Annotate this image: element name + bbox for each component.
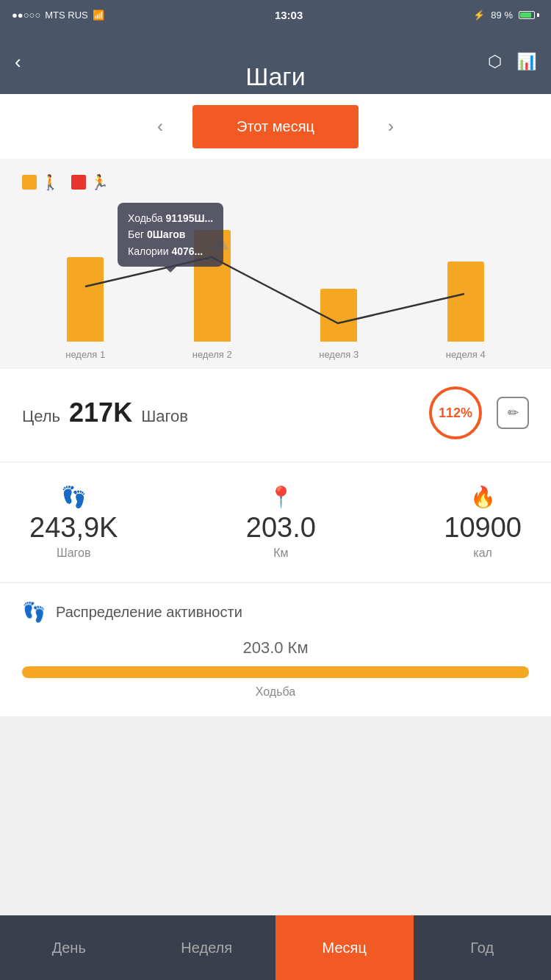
tooltip-calories: Калории 4076... [128, 243, 213, 259]
battery-percent: 89 % [491, 10, 513, 21]
goal-info: Цель 217K Шагов [22, 397, 188, 428]
activity-bar [22, 666, 529, 678]
share-icon[interactable]: ⬡ [488, 52, 502, 71]
bar-label: неделя 1 [65, 349, 105, 360]
walk-color-dot [22, 175, 37, 190]
bar-label: неделя 4 [446, 349, 486, 360]
status-time: 13:03 [275, 9, 303, 21]
tooltip-run: Бег 0Шагов [128, 226, 213, 242]
metric-value: 10900 [444, 512, 522, 544]
metrics-row: 👣243,9KШагов📍203.0Км🔥10900кал [0, 463, 551, 582]
goal-right: 112% ✏ [429, 386, 529, 439]
signal-dots: ●●○○○ [12, 10, 40, 21]
wifi-icon: 📶 [93, 10, 104, 21]
metric-value: 243,9K [29, 512, 118, 544]
page-title: Шаги [245, 62, 305, 91]
chart-legend: 🚶 🏃 [22, 173, 529, 191]
bar[interactable] [320, 289, 357, 342]
metric-unit: Км [273, 547, 288, 560]
next-period-button[interactable]: › [359, 101, 423, 151]
walk-icon: 🚶 [41, 173, 60, 191]
metric-value: 203.0 [246, 512, 316, 544]
activity-title: Распределение активности [56, 604, 242, 621]
goal-label: Цель [22, 407, 60, 426]
metric-unit: Шагов [57, 547, 90, 560]
bar-label: неделя 2 [192, 349, 232, 360]
metric-item: 👣243,9KШагов [29, 485, 118, 560]
header-actions: ⬡ 📊 [488, 52, 536, 71]
goal-value: 217K [69, 397, 132, 428]
run-color-dot [71, 175, 86, 190]
metric-icon: 🔥 [470, 485, 496, 509]
bottom-nav: ДеньНеделяМесяцГод [0, 915, 551, 980]
activity-section: 👣 Распределение активности 203.0 Км Ходь… [0, 583, 551, 716]
activity-header: 👣 Распределение активности [22, 601, 529, 624]
bar-group: неделя 3 [276, 289, 403, 360]
edit-pen-icon: ✏ [508, 405, 519, 421]
walk-legend: 🚶 [22, 173, 60, 191]
chart-tooltip: Ходьба 91195Ш... Бег 0Шагов Калории 4076… [118, 203, 223, 267]
activity-icon: 👣 [22, 601, 46, 624]
activity-bar-label: Ходьба [22, 685, 529, 699]
tooltip-walk: Ходьба 91195Ш... [128, 210, 213, 226]
progress-circle: 112% [429, 386, 482, 439]
bar-group: неделя 1 [22, 257, 149, 360]
edit-goal-button[interactable]: ✏ [497, 397, 529, 429]
metric-unit: кал [473, 547, 492, 560]
activity-distance: 203.0 Км [22, 638, 529, 657]
status-left: ●●○○○ MTS RUS 📶 [12, 10, 104, 21]
nav-item-день[interactable]: День [0, 915, 138, 980]
metric-item: 🔥10900кал [444, 485, 522, 560]
battery-icon [519, 11, 539, 19]
nav-item-неделя[interactable]: Неделя [138, 915, 276, 980]
status-bar: ●●○○○ MTS RUS 📶 13:03 ⚡ 89 % [0, 0, 551, 29]
goal-section: Цель 217K Шагов 112% ✏ [0, 369, 551, 461]
chart-icon[interactable]: 📊 [516, 52, 536, 71]
nav-item-год[interactable]: Год [414, 915, 552, 980]
goal-unit: Шагов [141, 407, 188, 426]
nav-item-месяц[interactable]: Месяц [276, 915, 414, 980]
run-legend: 🏃 [71, 173, 109, 191]
prev-period-button[interactable]: ‹ [128, 101, 192, 151]
bluetooth-icon: ⚡ [473, 10, 485, 21]
current-period[interactable]: Этот месяц [192, 105, 359, 148]
bar[interactable] [447, 262, 484, 342]
bar-chart: неделя 1неделя 2неделя 3неделя 4 [22, 213, 529, 360]
status-right: ⚡ 89 % [473, 10, 539, 21]
app-header: ‹ Шаги ⬡ 📊 [0, 29, 551, 94]
metric-icon: 👣 [61, 485, 87, 509]
chart-area: 🚶 🏃 Ходьба 91195Ш... Бег 0Шагов Калории … [0, 159, 551, 367]
goal-row: Цель 217K Шагов 112% ✏ [22, 386, 529, 439]
metric-icon: 📍 [268, 485, 294, 509]
back-button[interactable]: ‹ [15, 51, 21, 73]
carrier-name: MTS RUS [45, 10, 88, 21]
bar-group: неделя 4 [403, 262, 530, 360]
period-selector: ‹ Этот месяц › [0, 94, 551, 159]
metric-item: 📍203.0Км [246, 485, 316, 560]
bar[interactable] [67, 257, 104, 342]
run-icon: 🏃 [90, 173, 109, 191]
bar-label: неделя 3 [319, 349, 359, 360]
